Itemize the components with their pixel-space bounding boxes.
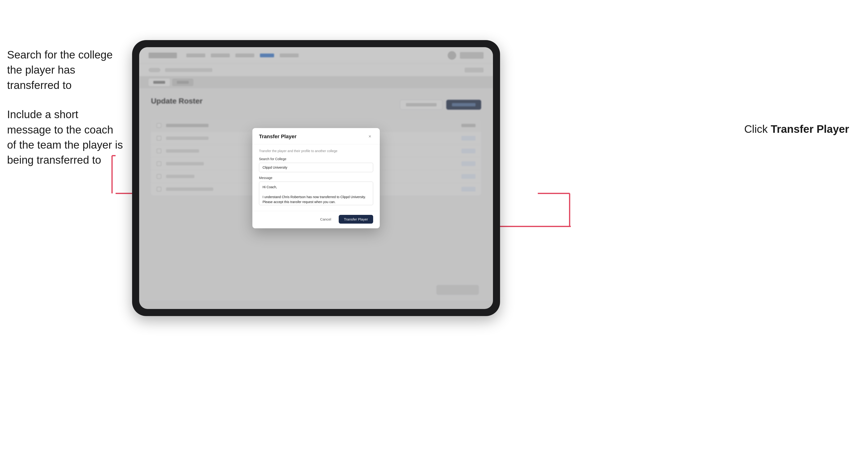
tablet-screen: Update Roster <box>139 47 493 309</box>
tablet-device: Update Roster <box>132 40 500 316</box>
annotation-right: Click Transfer Player <box>744 123 849 135</box>
search-college-label: Search for College <box>259 157 373 161</box>
modal-title: Transfer Player <box>259 133 297 139</box>
modal-header: Transfer Player × <box>252 128 380 144</box>
modal-subtitle: Transfer the player and their profile to… <box>259 149 373 153</box>
message-value: Hi Coach, I understand Chris Robertson h… <box>262 185 366 204</box>
message-textarea[interactable]: Hi Coach, I understand Chris Robertson h… <box>259 182 373 205</box>
modal-body: Transfer the player and their profile to… <box>252 144 380 211</box>
search-college-input[interactable]: Clippd University <box>259 163 373 172</box>
search-college-value: Clippd University <box>262 165 287 169</box>
message-label: Message <box>259 176 373 180</box>
annotation-text-2: Include a short message to the coach of … <box>7 107 125 168</box>
annotation-text-1: Search for the college the player has tr… <box>7 47 125 93</box>
transfer-player-modal: Transfer Player × Transfer the player an… <box>252 128 380 228</box>
annotation-left: Search for the college the player has tr… <box>7 47 125 182</box>
annotation-right-prefix: Click <box>744 123 771 135</box>
annotation-right-bold: Transfer Player <box>771 123 849 135</box>
modal-overlay: Transfer Player × Transfer the player an… <box>139 47 493 309</box>
cancel-button[interactable]: Cancel <box>316 215 335 223</box>
modal-close-button[interactable]: × <box>367 133 373 140</box>
modal-footer: Cancel Transfer Player <box>252 211 380 228</box>
transfer-player-button[interactable]: Transfer Player <box>339 215 373 224</box>
